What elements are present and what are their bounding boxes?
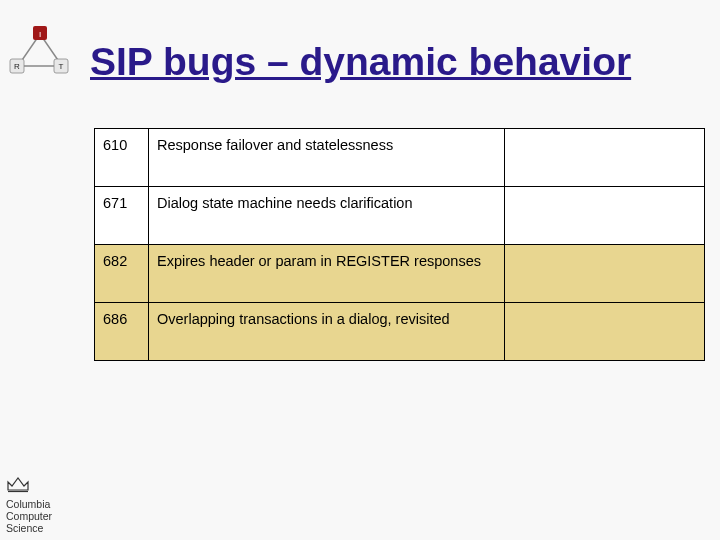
node-i-label: I <box>39 30 41 39</box>
slide-title: SIP bugs – dynamic behavior <box>90 40 710 84</box>
table-row: 686 Overlapping transactions in a dialog… <box>95 303 705 361</box>
bug-id: 671 <box>95 187 149 245</box>
node-t-label: T <box>59 62 64 71</box>
slide-title-wrap: SIP bugs – dynamic behavior <box>90 40 710 84</box>
bug-id: 610 <box>95 129 149 187</box>
bugs-table: 610 Response failover and statelessness … <box>94 128 705 361</box>
bug-desc: Dialog state machine needs clarification <box>149 187 505 245</box>
footer-line2: Computer <box>6 510 76 522</box>
table-row: 671 Dialog state machine needs clarifica… <box>95 187 705 245</box>
node-r-label: R <box>14 62 20 71</box>
crown-icon <box>6 474 30 494</box>
table-row: 682 Expires header or param in REGISTER … <box>95 245 705 303</box>
table-row: 610 Response failover and statelessness <box>95 129 705 187</box>
irt-triangle-icon: I R T <box>8 24 72 80</box>
footer-line1: Columbia <box>6 498 76 510</box>
footer-line3: Science <box>6 522 76 534</box>
bug-desc: Response failover and statelessness <box>149 129 505 187</box>
bug-id: 682 <box>95 245 149 303</box>
bug-note <box>505 187 705 245</box>
bug-desc: Expires header or param in REGISTER resp… <box>149 245 505 303</box>
bug-note <box>505 245 705 303</box>
bug-note <box>505 303 705 361</box>
bug-note <box>505 129 705 187</box>
bug-desc: Overlapping transactions in a dialog, re… <box>149 303 505 361</box>
bug-id: 686 <box>95 303 149 361</box>
footer-logo: Columbia Computer Science <box>6 474 76 534</box>
